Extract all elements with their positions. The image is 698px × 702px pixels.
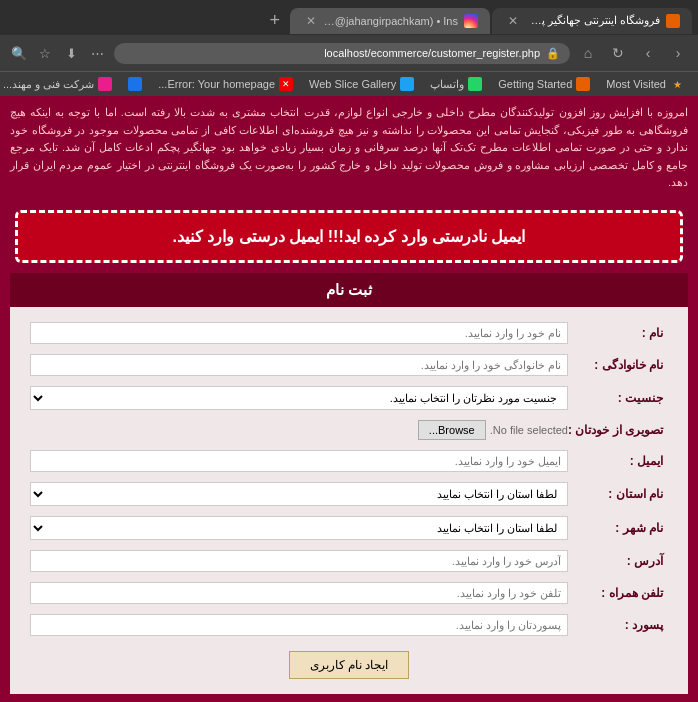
label-phone: تلفن همراه :: [568, 586, 668, 600]
bookmark-error[interactable]: ✕ Error: Your homepage...: [152, 75, 299, 93]
label-city: نام شهر :: [568, 521, 668, 535]
bookmarks-bar: ★ Most Visited Getting Started واتساپ We…: [0, 71, 698, 96]
error-message: ایمیل نادرستی وارد کرده اید!!! ایمیل درس…: [38, 227, 660, 246]
browse-button[interactable]: Browse...: [418, 420, 486, 440]
form-row-phone: تلفن همراه :: [30, 582, 668, 604]
tab-1-label: فروشگاه اینترنتی جهانگیر پچکم: [524, 14, 660, 27]
file-input-row: No file selected. Browse...: [30, 420, 568, 440]
download-icon[interactable]: ⬇: [60, 42, 82, 64]
new-tab-button[interactable]: +: [261, 6, 288, 35]
bookmark-most-visited[interactable]: ★ Most Visited: [600, 75, 690, 93]
address-bar[interactable]: 🔒 localhost/ecommerce/customer_register.…: [114, 43, 570, 64]
tab-2[interactable]: jahangir (@jahangirpachkam) • Ins... ✕: [290, 8, 490, 34]
bookmark-star-icon[interactable]: ☆: [34, 42, 56, 64]
form-row-gender: جنسیت : جنسیت مورد نظرتان را انتخاب نمای…: [30, 386, 668, 410]
input-password[interactable]: [30, 614, 568, 636]
form-row-email: ایمیل :: [30, 450, 668, 472]
select-city[interactable]: لطفا استان را انتخاب نمایید: [30, 516, 568, 540]
tab-1-favicon: [666, 14, 680, 28]
tab-1-close[interactable]: ✕: [508, 14, 518, 28]
intro-text: امروزه با افزایش روز افزون تولیدکنندگان …: [10, 106, 688, 188]
tab-2-close[interactable]: ✕: [306, 14, 316, 28]
search-icon[interactable]: 🔍: [8, 42, 30, 64]
tab-1[interactable]: فروشگاه اینترنتی جهانگیر پچکم ✕: [492, 8, 692, 34]
input-lastname[interactable]: [30, 354, 568, 376]
error-icon: ✕: [279, 77, 293, 91]
company-label: شرکت فنی و مهند...: [3, 78, 94, 91]
submit-button[interactable]: ایجاد نام کاربری: [289, 651, 410, 679]
getting-started-icon: [576, 77, 590, 91]
web-slice-label: Web Slice Gallery: [309, 78, 396, 90]
company-icon: [98, 77, 112, 91]
error-label: Error: Your homepage...: [158, 78, 275, 90]
form-row-address: آدرس :: [30, 550, 668, 572]
most-visited-icon: ★: [670, 77, 684, 91]
label-password: پسورد :: [568, 618, 668, 632]
blue2-icon: [128, 77, 142, 91]
tab-2-label: jahangir (@jahangirpachkam) • Ins...: [322, 15, 458, 27]
nav-bar: ‹ › ↻ ⌂ 🔒 localhost/ecommerce/customer_r…: [0, 35, 698, 71]
error-box: ایمیل نادرستی وارد کرده اید!!! ایمیل درس…: [15, 210, 683, 263]
submit-row: ایجاد نام کاربری: [30, 651, 668, 679]
getting-started-label: Getting Started: [498, 78, 572, 90]
most-visited-label: Most Visited: [606, 78, 666, 90]
label-email: ایمیل :: [568, 454, 668, 468]
forward-button[interactable]: ›: [636, 41, 660, 65]
form-row-password: پسورد :: [30, 614, 668, 636]
label-photo: تصویری از خودتان :: [568, 423, 668, 437]
lock-icon: 🔒: [546, 47, 560, 60]
form-row-lastname: نام خانوادگی :: [30, 354, 668, 376]
form-row-city: نام شهر : لطفا استان را انتخاب نمایید: [30, 516, 668, 540]
page-content: امروزه با افزایش روز افزون تولیدکنندگان …: [0, 96, 698, 702]
url-display: localhost/ecommerce/customer_register.ph…: [124, 47, 540, 59]
bookmark-whatsapp[interactable]: واتساپ: [424, 75, 488, 93]
browser-chrome: فروشگاه اینترنتی جهانگیر پچکم ✕ jahangir…: [0, 0, 698, 96]
reload-button[interactable]: ↻: [606, 41, 630, 65]
input-phone[interactable]: [30, 582, 568, 604]
bookmark-company[interactable]: شرکت فنی و مهند...: [0, 75, 118, 93]
input-address[interactable]: [30, 550, 568, 572]
form-row-name: نام :: [30, 322, 668, 344]
input-email[interactable]: [30, 450, 568, 472]
label-address: آدرس :: [568, 554, 668, 568]
whatsapp-label: واتساپ: [430, 78, 464, 91]
label-province: نام استان :: [568, 487, 668, 501]
tab-bar: فروشگاه اینترنتی جهانگیر پچکم ✕ jahangir…: [0, 0, 698, 35]
bookmark-web-slice[interactable]: Web Slice Gallery: [303, 75, 420, 93]
menu-icon[interactable]: ⋯: [86, 42, 108, 64]
form-body: نام : نام خانوادگی : جنسیت : جنسیت مورد …: [10, 307, 688, 694]
back-button[interactable]: ‹: [666, 41, 690, 65]
form-container: ثبت نام نام : نام خانوادگی : جنسیت : جنس…: [0, 273, 698, 702]
label-lastname: نام خانوادگی :: [568, 358, 668, 372]
select-province[interactable]: لطفا استان را انتخاب نمایید: [30, 482, 568, 506]
bookmark-getting-started[interactable]: Getting Started: [492, 75, 596, 93]
form-row-province: نام استان : لطفا استان را انتخاب نمایید: [30, 482, 668, 506]
form-title: ثبت نام: [10, 273, 688, 307]
whatsapp-icon: [468, 77, 482, 91]
label-gender: جنسیت :: [568, 391, 668, 405]
select-gender[interactable]: جنسیت مورد نظرتان را انتخاب نمایید.: [30, 386, 568, 410]
tab-2-favicon: [464, 14, 478, 28]
home-button[interactable]: ⌂: [576, 41, 600, 65]
form-row-photo: تصویری از خودتان : No file selected. Bro…: [30, 420, 668, 440]
bookmark-blue2[interactable]: [122, 75, 148, 93]
page-intro: امروزه با افزایش روز افزون تولیدکنندگان …: [0, 96, 698, 200]
nav-icons: ⋯ ⬇ ☆ 🔍: [8, 42, 108, 64]
file-no-selected: No file selected.: [490, 424, 568, 436]
web-slice-icon: [400, 77, 414, 91]
label-name: نام :: [568, 326, 668, 340]
input-name[interactable]: [30, 322, 568, 344]
